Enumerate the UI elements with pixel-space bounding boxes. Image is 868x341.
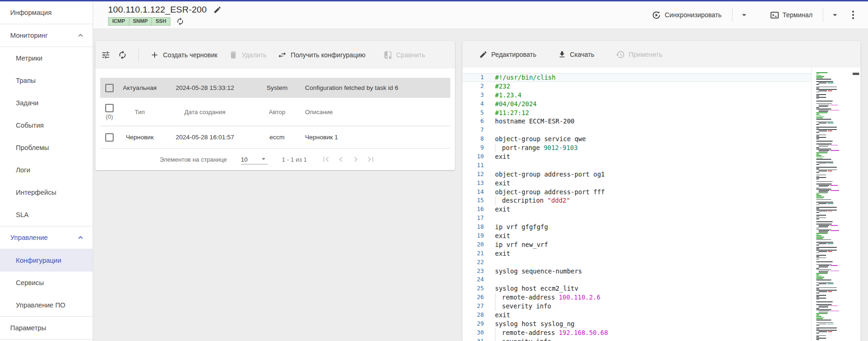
sidebar-item-problems[interactable]: Проблемы [0, 136, 93, 159]
code-line[interactable]: 5#11:27:12 [462, 109, 811, 117]
code-line[interactable]: 16exit [462, 205, 811, 214]
sidebar-item-interfaces[interactable]: Интерфейсы [0, 181, 93, 204]
sidebar-item-metrics[interactable]: Метрики [0, 47, 93, 69]
edit-title-button[interactable] [213, 6, 222, 14]
minimap-line [816, 242, 855, 243]
synchronize-dropdown-button[interactable] [739, 10, 749, 20]
line-number: 11 [462, 161, 484, 170]
prev-page-button[interactable] [336, 154, 346, 164]
minimap-line [816, 333, 855, 334]
code-line[interactable]: 3#1.23.4 [462, 91, 811, 100]
line-number: 30 [462, 328, 484, 337]
code-line[interactable]: 23syslog sequence-numbers [462, 267, 811, 276]
code-line[interactable]: 4#04/04/2024 [462, 100, 811, 109]
compare-button[interactable]: Сравнить [383, 50, 425, 60]
code-line[interactable]: 6hostname ECCM-ESR-200 [462, 117, 811, 126]
column-header-created[interactable]: Дата создания [184, 109, 225, 116]
line-content: exit [484, 179, 510, 188]
minimap-line [816, 283, 855, 284]
minimap[interactable] [816, 72, 855, 341]
first-page-button[interactable] [321, 154, 331, 164]
refresh-status-button[interactable] [176, 17, 184, 26]
code-line[interactable]: 31severity info [462, 337, 811, 341]
terminal-dropdown-button[interactable] [830, 10, 840, 20]
minimap-line [816, 75, 855, 76]
line-content: syslog host eccm2_litv [484, 284, 578, 293]
minimap-line [816, 210, 855, 211]
code-line[interactable]: 8object-group service qwe [462, 135, 811, 143]
fetch-config-button[interactable]: Получить конфигурацию [278, 50, 365, 60]
create-draft-button[interactable]: Создать черновик [150, 50, 217, 60]
autorenew-icon [176, 17, 184, 26]
code-line[interactable]: 27severity info [462, 302, 811, 311]
code-line[interactable]: 10exit [462, 152, 811, 161]
next-page-button[interactable] [351, 154, 361, 164]
minimap-line [816, 223, 855, 224]
code-line[interactable]: 28exit [462, 311, 811, 320]
code-line[interactable]: 25syslog host eccm2_litv [462, 284, 811, 293]
code-line[interactable]: 17 [462, 214, 811, 223]
code-line[interactable]: 26remote-address 100.110.2.6 [462, 293, 811, 302]
minimap-line [816, 294, 855, 295]
select-all-checkbox[interactable] [105, 104, 114, 112]
download-config-button[interactable]: Скачать [558, 50, 595, 59]
delete-button[interactable]: Удалить [229, 50, 266, 60]
sidebar-item-events[interactable]: События [0, 114, 93, 136]
sidebar-item-logs[interactable]: Логи [0, 159, 93, 181]
row-checkbox[interactable] [105, 133, 114, 142]
sidebar-item-tasks[interactable]: Задачи [0, 92, 93, 114]
code-line[interactable]: 30remote-address 192.168.50.68 [462, 328, 811, 337]
code-line[interactable]: 14object-group address-port fff [462, 188, 811, 197]
sidebar-item-configurations[interactable]: Конфигурации [0, 249, 93, 272]
apply-config-button[interactable]: Применить [616, 50, 662, 59]
sidebar-item-sla[interactable]: SLA [0, 204, 93, 226]
minimap-line [816, 205, 855, 206]
last-page-button[interactable] [366, 154, 376, 164]
column-header-description[interactable]: Описание [305, 109, 333, 116]
code-line[interactable]: 29syslog host syslog_ng [462, 320, 811, 328]
code-lines[interactable]: 1#!/usr/bin/clish2#2323#1.23.44#04/04/20… [462, 68, 812, 341]
code-line[interactable]: 15description "ddd2" [462, 196, 811, 205]
page-size-select[interactable]: 10 [241, 155, 268, 164]
code-line[interactable]: 1#!/usr/bin/clish [462, 73, 811, 82]
edit-config-button[interactable]: Редактировать [479, 50, 536, 59]
code-line[interactable]: 12object-group address-port og1 [462, 170, 811, 179]
code-line[interactable]: 11 [462, 161, 811, 170]
sidebar-item-software-management[interactable]: Управление ПО [0, 294, 93, 316]
sidebar-item-monitoring[interactable]: Мониторинг [0, 24, 93, 47]
synchronize-button[interactable]: Синхронизировать [651, 10, 721, 20]
refresh-list-button[interactable] [118, 50, 127, 60]
minimap-line [816, 245, 855, 246]
sidebar-item-services[interactable]: Сервисы [0, 272, 93, 294]
terminal-button[interactable]: Терминал [770, 10, 813, 20]
code-editor[interactable]: 1#!/usr/bin/clish2#2323#1.23.44#04/04/20… [462, 68, 861, 341]
more-actions-button[interactable] [849, 9, 857, 21]
code-line[interactable]: 21exit [462, 249, 811, 258]
sidebar-item-traps[interactable]: Трапы [0, 69, 93, 92]
code-line[interactable]: 20ip vrf new_vrf [462, 240, 811, 249]
current-config-row[interactable]: Актуальная 2024-05-28 15:33:12 System Co… [100, 78, 450, 98]
minimap-line [816, 182, 855, 183]
sidebar-item-parameters[interactable]: Параметры [0, 317, 93, 339]
code-line[interactable]: 18ip vrf gfgfgfg [462, 223, 811, 232]
line-content [484, 126, 495, 135]
column-header-type[interactable]: Тип [135, 109, 145, 116]
code-line[interactable]: 13exit [462, 179, 811, 188]
code-line[interactable]: 22 [462, 258, 811, 267]
minimap-line [816, 325, 855, 326]
code-line[interactable]: 7 [462, 126, 811, 135]
chevron-left-icon [336, 154, 346, 164]
scrollbar-thumb[interactable] [853, 73, 859, 75]
code-line[interactable]: 19exit [462, 232, 811, 240]
filter-button[interactable] [101, 50, 110, 60]
sidebar-item-management[interactable]: Управление [0, 226, 93, 249]
row-checkbox[interactable] [105, 84, 114, 92]
minimap-line [816, 146, 855, 147]
code-line[interactable]: 9port-range 9012-9103 [462, 143, 811, 152]
sidebar-item-information[interactable]: Информация [0, 1, 93, 24]
code-line[interactable]: 2#232 [462, 82, 811, 91]
code-line[interactable]: 24 [462, 275, 811, 284]
table-row[interactable]: Черновик2024-05-28 16:01:57eccmЧерновик … [100, 126, 450, 149]
minimap-line [816, 317, 855, 318]
column-header-author[interactable]: Автор [269, 109, 285, 116]
